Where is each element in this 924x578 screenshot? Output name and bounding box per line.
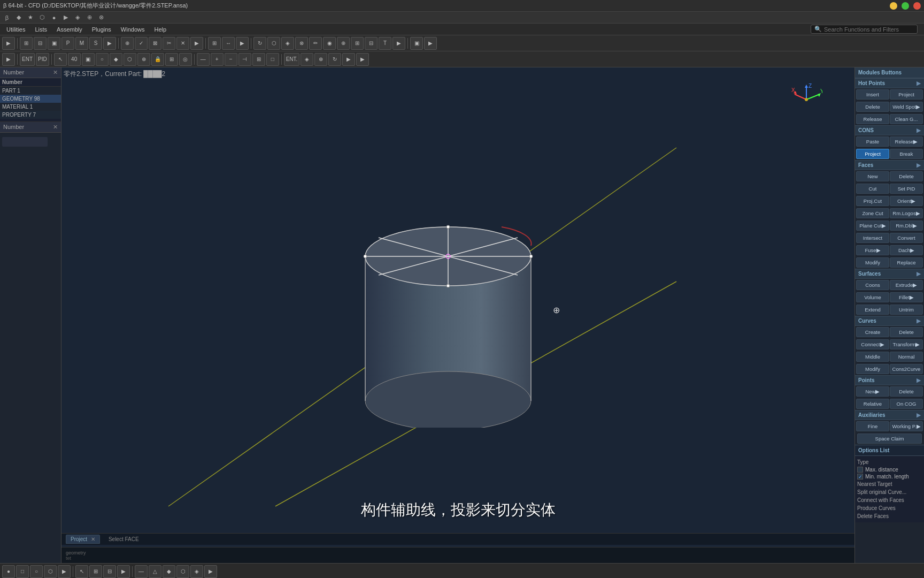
tb2-diamond[interactable]: ◆ bbox=[110, 53, 122, 66]
tb2-lock[interactable]: 🔒 bbox=[151, 53, 164, 66]
btn-release-hp[interactable]: Release bbox=[856, 114, 889, 124]
panel2-close-btn[interactable]: ✕ bbox=[53, 124, 58, 131]
sys-icon-5[interactable]: ▶ bbox=[61, 13, 71, 22]
btn-plane-cut[interactable]: Plane Cut▶ bbox=[856, 220, 889, 231]
btb-cube2[interactable]: ◈ bbox=[190, 565, 203, 578]
tb2-cube[interactable]: ◈ bbox=[301, 53, 313, 66]
tb2-pid[interactable]: PID bbox=[36, 53, 49, 66]
tb-cube[interactable]: ◈ bbox=[281, 37, 294, 50]
btn-extrude[interactable]: Extrude▶ bbox=[890, 280, 923, 290]
tb2-cursor[interactable]: ▶ bbox=[2, 53, 15, 66]
tb-mesh[interactable]: ⊠ bbox=[149, 37, 161, 50]
tb2-arr2[interactable]: ▶ bbox=[356, 53, 369, 66]
close-button[interactable] bbox=[913, 2, 921, 10]
btb-chain[interactable]: ⊟ bbox=[103, 565, 116, 578]
menu-plugins[interactable]: Plugins bbox=[88, 25, 116, 34]
btn-delete-curves[interactable]: Delete bbox=[890, 327, 923, 337]
minimize-button[interactable] bbox=[890, 2, 897, 10]
btn-project-cons[interactable]: Project bbox=[856, 149, 889, 159]
tb2-grid4[interactable]: ⊞ bbox=[252, 53, 265, 66]
btn-on-cog[interactable]: On COG bbox=[890, 399, 923, 409]
tb-view1[interactable]: ⊞ bbox=[208, 37, 221, 50]
tb2-line[interactable]: — bbox=[197, 53, 210, 66]
btb-triangle[interactable]: △ bbox=[149, 565, 161, 578]
tb-x[interactable]: ✕ bbox=[176, 37, 189, 50]
viewport[interactable]: 零件2.STEP，Current Part: ████2 Z Y X bbox=[61, 67, 854, 563]
btn-paste-cons[interactable]: Paste bbox=[856, 136, 889, 147]
tb-arrow5[interactable]: ▶ bbox=[392, 37, 405, 50]
table-row[interactable]: PART 1 bbox=[0, 87, 61, 95]
btb-diamond2[interactable]: ◆ bbox=[163, 565, 175, 578]
tb-cursor[interactable]: ⊕ bbox=[121, 37, 134, 50]
sys-icon-2[interactable]: ★ bbox=[26, 13, 35, 22]
sys-icon-3[interactable]: ⬡ bbox=[37, 13, 47, 22]
tb-arrow6[interactable]: ▶ bbox=[424, 37, 437, 50]
btn-release-cons[interactable]: Release▶ bbox=[890, 136, 923, 147]
tb-s[interactable]: S bbox=[89, 37, 102, 50]
tb2-square[interactable]: □ bbox=[266, 53, 279, 66]
menu-utilities[interactable]: Utilities bbox=[2, 25, 29, 34]
menu-help[interactable]: Help bbox=[150, 25, 171, 34]
btb-arrow[interactable]: ▶ bbox=[58, 565, 71, 578]
btn-modify-curves[interactable]: Modify bbox=[856, 364, 889, 374]
panel-close-btn[interactable]: ✕ bbox=[53, 69, 58, 76]
tb-view2[interactable]: ⬡ bbox=[267, 37, 280, 50]
btb-hex[interactable]: ⬡ bbox=[44, 565, 57, 578]
tb-arrow3[interactable]: ▶ bbox=[190, 37, 203, 50]
tb-box[interactable]: ▣ bbox=[48, 37, 60, 50]
btb-arrow2[interactable]: ▶ bbox=[117, 565, 130, 578]
btn-new-points[interactable]: New▶ bbox=[856, 386, 889, 397]
3d-model[interactable] bbox=[346, 203, 550, 428]
tb2-h[interactable]: ⊣ bbox=[238, 53, 251, 66]
beta-icon[interactable]: β bbox=[2, 13, 12, 22]
menu-assembly[interactable]: Assembly bbox=[52, 25, 87, 34]
tb2-box[interactable]: ▣ bbox=[82, 53, 95, 66]
sys-icon-6[interactable]: ◈ bbox=[73, 13, 82, 22]
btn-zone-cut[interactable]: Zone Cut bbox=[856, 208, 889, 218]
btb-grid5[interactable]: ⊞ bbox=[89, 565, 102, 578]
btn-space-claim[interactable]: Space Claim bbox=[857, 434, 922, 444]
tb2-chain[interactable]: ⊞ bbox=[165, 53, 178, 66]
tb-cam[interactable]: ◉ bbox=[323, 37, 336, 50]
btn-new-faces[interactable]: New bbox=[856, 171, 889, 181]
btn-relative[interactable]: Relative bbox=[856, 399, 889, 409]
tb-filter[interactable]: ⊟ bbox=[365, 37, 378, 50]
tb-arrow2[interactable]: ▶ bbox=[103, 37, 116, 50]
btn-modify-faces[interactable]: Modify bbox=[856, 257, 889, 268]
tb-fix[interactable]: ✂ bbox=[163, 37, 175, 50]
btb-point[interactable]: ● bbox=[2, 565, 15, 578]
btn-set-pid[interactable]: Set PID bbox=[890, 184, 923, 194]
btb-square[interactable]: □ bbox=[16, 565, 29, 578]
btn-project-hp[interactable]: Project bbox=[890, 89, 923, 100]
tb2-minus[interactable]: − bbox=[225, 53, 237, 66]
tb2-cross[interactable]: ⊕ bbox=[137, 53, 150, 66]
tb2-cursor2[interactable]: ↖ bbox=[54, 53, 67, 66]
btn-untrim[interactable]: Untrim bbox=[890, 305, 923, 315]
btb-arr3[interactable]: ▶ bbox=[204, 565, 217, 578]
btn-connect-curves[interactable]: Connect▶ bbox=[856, 339, 889, 349]
btn-cut-faces[interactable]: Cut bbox=[856, 184, 889, 194]
tb2-hex[interactable]: ⬡ bbox=[124, 53, 136, 66]
btn-working-p[interactable]: Working P.▶ bbox=[890, 421, 923, 431]
table-row[interactable]: GEOMETRY 98 bbox=[0, 95, 61, 103]
tb-m[interactable]: M bbox=[75, 37, 88, 50]
tb2-rot[interactable]: ↻ bbox=[328, 53, 341, 66]
btn-delete-hp[interactable]: Delete bbox=[856, 102, 889, 112]
tb-rotate[interactable]: ↻ bbox=[253, 37, 266, 50]
tab-close-icon[interactable]: ✕ bbox=[91, 536, 95, 542]
opt-max-dist-check[interactable] bbox=[857, 467, 863, 473]
tb2-circle[interactable]: ○ bbox=[96, 53, 109, 66]
btn-transform-curves[interactable]: Transform▶ bbox=[890, 339, 923, 349]
tb-arrow[interactable]: ▶ bbox=[2, 37, 15, 50]
tb-check[interactable]: ✓ bbox=[135, 37, 148, 50]
table-row[interactable]: PROPERTY 7 bbox=[0, 111, 61, 119]
tb-grid2[interactable]: ⊟ bbox=[34, 37, 47, 50]
btn-intersect[interactable]: Intersect bbox=[856, 233, 889, 243]
project-tab[interactable]: Project ✕ bbox=[66, 535, 100, 544]
btn-fuse[interactable]: Fuse▶ bbox=[856, 245, 889, 255]
btn-middle-curves[interactable]: Middle bbox=[856, 352, 889, 362]
sys-icon-8[interactable]: ⊗ bbox=[96, 13, 106, 22]
btn-rm-logos[interactable]: Rm.Logos▶ bbox=[890, 208, 923, 218]
tb-p[interactable]: P bbox=[61, 37, 74, 50]
btn-volume[interactable]: Volume bbox=[856, 292, 889, 302]
